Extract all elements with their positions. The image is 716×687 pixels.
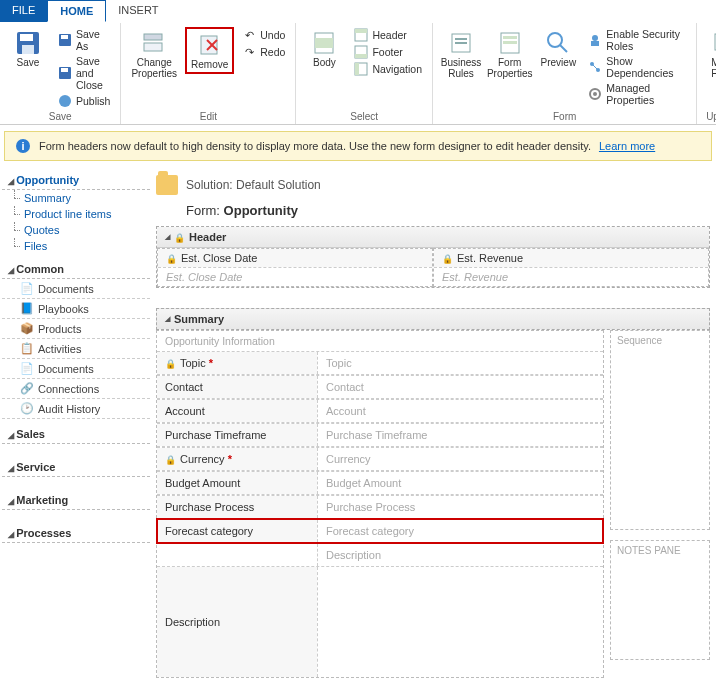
enable-security-button[interactable]: Enable Security Roles [584,27,690,53]
body-button[interactable]: Body [302,27,346,70]
redo-button[interactable]: ↷Redo [238,44,289,60]
sidebar-item-activities[interactable]: 📋Activities [2,339,150,359]
field-contact[interactable]: ContactContact [157,375,603,399]
sidebar-item-connections[interactable]: 🔗Connections [2,379,150,399]
show-deps-button[interactable]: Show Dependencies [584,54,690,80]
svg-rect-20 [455,38,467,40]
change-properties-button[interactable]: Change Properties [127,27,181,81]
svg-point-33 [593,92,597,96]
activity-icon: 📋 [20,342,34,355]
playbook-icon: 📘 [20,302,34,315]
save-icon [14,29,42,57]
sidebar-service[interactable]: Service [2,458,150,477]
svg-rect-14 [355,29,367,33]
field-description-ph[interactable]: Description [157,543,603,566]
sidebar-item-products[interactable]: 📦Products [2,319,150,339]
header-icon [354,28,368,42]
info-icon: i [15,138,31,154]
sequence-pane[interactable]: Sequence [610,330,710,530]
tab-file[interactable]: FILE [0,0,47,22]
field-topic[interactable]: TopicTopic [157,351,603,375]
sidebar-item-documents2[interactable]: 📄Documents [2,359,150,379]
save-and-close-button[interactable]: Save and Close [54,54,114,92]
security-icon [588,33,602,47]
field-description[interactable]: Description [157,566,603,677]
sidebar-processes[interactable]: Processes [2,524,150,543]
info-bar: i Form headers now default to high densi… [4,131,712,161]
form-prefix: Form: [186,203,220,218]
field-purchase-timeframe[interactable]: Purchase TimeframePurchase Timeframe [157,423,603,447]
group-edit-label: Edit [200,109,217,122]
sidebar-common[interactable]: Common [2,260,150,279]
save-close-icon [58,66,72,80]
undo-button[interactable]: ↶Undo [238,27,289,43]
svg-line-31 [592,64,598,70]
header-section[interactable]: Header [157,227,709,248]
folder-icon [156,175,178,195]
svg-line-26 [560,45,567,52]
navigation-button[interactable]: Navigation [350,61,426,77]
doc-icon: 📄 [20,362,34,375]
learn-more-link[interactable]: Learn more [599,140,655,152]
undo-icon: ↶ [242,28,256,42]
sidebar-marketing[interactable]: Marketing [2,491,150,510]
merge-icon [711,29,716,57]
form-properties-button[interactable]: Form Properties [487,27,532,81]
svg-point-25 [548,33,562,47]
notes-pane[interactable]: NOTES PANE [610,540,710,660]
group-form-label: Form [553,109,576,122]
svg-rect-1 [20,34,33,41]
sidebar-item-summary[interactable]: Summary [2,190,150,206]
form-props-icon [496,29,524,57]
sidebar-item-files[interactable]: Files [2,238,150,254]
remove-icon [196,31,224,59]
audit-icon: 🕑 [20,402,34,415]
preview-icon [544,29,572,57]
svg-rect-23 [503,36,517,39]
tab-insert[interactable]: INSERT [106,0,170,22]
solution-label: Solution: Default Solution [186,178,321,192]
field-currency[interactable]: CurrencyCurrency [157,447,603,471]
sidebar-item-playbooks[interactable]: 📘Playbooks [2,299,150,319]
field-forecast-category[interactable]: Forecast categoryForecast category [157,519,603,543]
svg-rect-2 [22,45,34,54]
lock-icon [166,252,177,264]
sidebar-opportunity[interactable]: Opportunity [2,171,150,190]
save-as-button[interactable]: Save As [54,27,114,53]
doc-icon: 📄 [20,282,34,295]
sidebar-item-product-line[interactable]: Product line items [2,206,150,222]
field-close-date[interactable]: Est. Close Date Est. Close Date [157,248,433,287]
lock-icon [174,231,185,243]
tab-home[interactable]: HOME [47,0,106,22]
publish-icon [58,94,72,108]
svg-rect-18 [355,63,359,75]
sidebar-item-audit[interactable]: 🕑Audit History [2,399,150,419]
svg-point-27 [592,35,598,41]
footer-button[interactable]: Footer [350,44,426,60]
remove-button[interactable]: Remove [187,29,232,72]
sidebar-item-documents[interactable]: 📄Documents [2,279,150,299]
sidebar-item-quotes[interactable]: Quotes [2,222,150,238]
header-button[interactable]: Header [350,27,426,43]
save-button[interactable]: Save [6,27,50,70]
footer-icon [354,45,368,59]
field-budget-amount[interactable]: Budget AmountBudget Amount [157,471,603,495]
publish-button[interactable]: Publish [54,93,114,109]
lock-icon [165,453,176,465]
summary-section[interactable]: Summary [156,308,710,330]
group-select-label: Select [350,109,378,122]
preview-button[interactable]: Preview [536,27,580,70]
field-purchase-process[interactable]: Purchase ProcessPurchase Process [157,495,603,519]
navigation-icon [354,62,368,76]
redo-icon: ↷ [242,45,256,59]
field-revenue[interactable]: Est. Revenue Est. Revenue [433,248,709,287]
sidebar-sales[interactable]: Sales [2,425,150,444]
svg-text:i: i [21,140,24,152]
managed-props-button[interactable]: Managed Properties [584,81,690,107]
svg-point-7 [59,95,71,107]
body-icon [310,29,338,57]
lock-icon [442,252,453,264]
field-account[interactable]: AccountAccount [157,399,603,423]
business-rules-button[interactable]: Business Rules [439,27,483,81]
merge-forms-button[interactable]: Merge Forms [703,27,716,81]
